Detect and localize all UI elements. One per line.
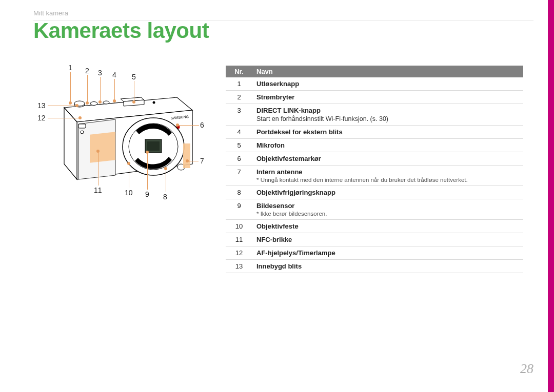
camera-illustration: SAMSUNG [59, 82, 203, 190]
row-nr: 1 [226, 77, 252, 91]
leader-13 [48, 106, 76, 106]
dot-1 [69, 101, 72, 105]
svg-rect-19 [78, 124, 86, 128]
table-row: 8Objektivfrigjøringsknapp [226, 186, 523, 199]
dot-2 [86, 101, 89, 105]
row-name: Objektivfestemarkør [252, 152, 523, 166]
svg-point-6 [90, 102, 97, 106]
leader-7 [188, 161, 199, 161]
callout-8: 8 [163, 193, 167, 201]
dot-10 [127, 162, 130, 165]
leader-9 [147, 153, 148, 190]
row-nr: 2 [226, 91, 252, 104]
row-name: Objektivfrigjøringsknapp [252, 186, 523, 199]
dot-4 [113, 99, 116, 102]
callout-2: 2 [85, 67, 89, 75]
row-nr: 3 [226, 104, 252, 126]
row-name: Strømbryter [252, 91, 523, 104]
table-row: 5Mikrofon [226, 139, 523, 152]
dot-8 [164, 167, 167, 170]
row-name: Objektivfeste [252, 220, 523, 233]
leader-2 [87, 75, 88, 102]
leader-6 [179, 125, 199, 126]
table-row: 6Objektivfestemarkør [226, 152, 523, 166]
dot-3 [98, 100, 102, 104]
row-nr: 10 [226, 220, 252, 233]
page-accent-bar [548, 0, 554, 392]
leader-10 [129, 164, 129, 188]
table-row: 3DIRECT LINK-knappStart en forhåndsinnst… [226, 104, 523, 126]
dot-6 [176, 123, 179, 127]
callout-13: 13 [37, 101, 46, 110]
row-name: Portdeksel for ekstern blits [252, 126, 523, 139]
nfc-highlight [90, 132, 115, 162]
row-name: AF-hjelpelys/Timerlampe [252, 246, 523, 260]
antenna-highlight [183, 143, 190, 168]
row-nr: 8 [226, 186, 252, 199]
row-name: DIRECT LINK-knappStart en forhåndsinnsti… [252, 104, 523, 126]
table-row: 9Bildesensor* Ikke berør bildesensoren. [226, 199, 523, 220]
callout-6: 6 [200, 121, 204, 129]
callout-9: 9 [145, 190, 149, 198]
callout-12: 12 [37, 114, 46, 122]
row-nr: 13 [226, 260, 252, 273]
dot-12 [78, 116, 82, 119]
camera-diagram: SAMSUNG 1 2 3 4 5 6 7 8 [33, 67, 208, 205]
svg-point-18 [81, 131, 84, 134]
page-title: Kameraets layout [33, 18, 209, 43]
table-row: 11NFC-brikke [226, 233, 523, 246]
dot-5 [132, 100, 135, 104]
row-name: Intern antenne* Unngå kontakt med den in… [252, 166, 523, 186]
table-row: 13Innebygd blits [226, 260, 523, 273]
breadcrumb: Mitt kamera [33, 9, 68, 17]
row-nr: 7 [226, 166, 252, 186]
dot-13 [75, 104, 78, 107]
table-row: 12AF-hjelpelys/Timerlampe [226, 246, 523, 260]
leader-11 [98, 152, 98, 185]
svg-point-7 [103, 101, 109, 104]
table-row: 2Strømbryter [226, 91, 523, 104]
callout-7: 7 [200, 157, 204, 165]
leader-4 [114, 79, 115, 100]
leader-8 [166, 169, 166, 192]
callout-4: 4 [112, 71, 116, 79]
row-nr: 5 [226, 139, 252, 152]
row-name: Mikrofon [252, 139, 523, 152]
leader-12 [48, 118, 80, 118]
leader-1 [70, 72, 71, 102]
row-name: Utløserknapp [252, 77, 523, 91]
dot-11 [96, 150, 100, 153]
table-row: 7Intern antenne* Unngå kontakt med den i… [226, 166, 523, 186]
svg-rect-16 [147, 141, 160, 151]
page-number: 28 [520, 361, 533, 377]
table-row: 10Objektivfeste [226, 220, 523, 233]
col-header-nr: Nr. [226, 66, 252, 77]
callout-11: 11 [94, 186, 102, 194]
callout-10: 10 [125, 189, 133, 197]
table-row: 4Portdeksel for ekstern blits [226, 126, 523, 139]
callout-5: 5 [132, 73, 136, 81]
row-nr: 12 [226, 246, 252, 260]
leader-5 [134, 81, 134, 101]
row-nr: 11 [226, 233, 252, 246]
dot-9 [146, 151, 149, 154]
col-header-navn: Navn [252, 66, 523, 77]
row-nr: 9 [226, 199, 252, 220]
row-nr: 4 [226, 126, 252, 139]
callout-1: 1 [68, 64, 72, 72]
svg-point-10 [153, 101, 155, 104]
row-name: Innebygd blits [252, 260, 523, 273]
parts-table: Nr. Navn 1Utløserknapp2Strømbryter3DIREC… [226, 66, 523, 273]
callout-3: 3 [98, 69, 102, 77]
row-name: NFC-brikke [252, 233, 523, 246]
leader-3 [100, 77, 101, 101]
table-row: 1Utløserknapp [226, 77, 523, 91]
dot-7 [186, 159, 189, 162]
row-name: Bildesensor* Ikke berør bildesensoren. [252, 199, 523, 220]
row-nr: 6 [226, 152, 252, 166]
